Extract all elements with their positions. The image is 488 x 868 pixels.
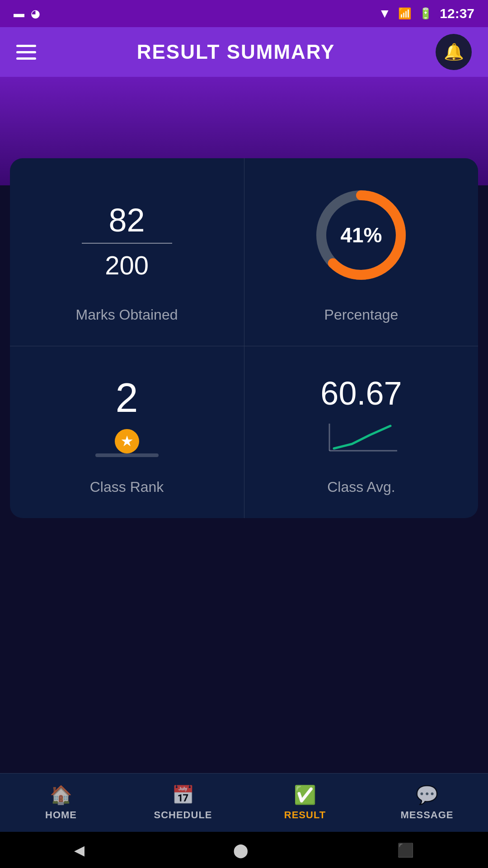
android-nav-bar: ◀ ⬤ ⬛	[0, 832, 488, 868]
signal-icon: 📶	[398, 7, 412, 20]
status-bar: ▬ ◕ ▼ 📶 🔋 12:37	[0, 0, 488, 27]
stats-row-2: 2 ★ Class Rank 60.67	[10, 346, 479, 518]
marks-label: Marks Obtained	[76, 307, 178, 323]
class-rank-cell: 2 ★ Class Rank	[10, 346, 244, 518]
stats-container: 82 200 Marks Obtained 41% Percentage 2	[10, 158, 479, 518]
avg-label: Class Avg.	[327, 479, 395, 495]
donut-chart: 41%	[311, 185, 411, 285]
bell-icon: 🔔	[444, 42, 464, 61]
marks-obtained-cell: 82 200 Marks Obtained	[10, 158, 244, 346]
marks-value: 82	[109, 204, 145, 236]
nav-home-label: HOME	[45, 809, 77, 821]
marks-divider	[82, 243, 172, 244]
trend-svg	[320, 419, 402, 455]
nav-result-label: RESULT	[284, 809, 326, 821]
class-avg-cell: 60.67 Class Avg.	[244, 346, 479, 518]
menu-line-3	[16, 57, 36, 60]
nav-message[interactable]: 💬 MESSAGE	[366, 784, 488, 821]
weather-icon: ◕	[31, 7, 40, 20]
page-title: RESULT SUMMARY	[36, 41, 436, 63]
menu-line-1	[16, 45, 36, 47]
sim-icon: ▬	[14, 7, 24, 20]
podium-bar	[95, 453, 159, 457]
wifi-icon: ▼	[379, 6, 391, 21]
notification-button[interactable]: 🔔	[436, 34, 472, 70]
bottom-nav: 🏠 HOME 📅 SCHEDULE ✅ RESULT 💬 MESSAGE	[0, 773, 488, 832]
rank-label: Class Rank	[90, 479, 164, 495]
percentage-label: Percentage	[324, 307, 399, 323]
android-home-btn[interactable]: ⬤	[233, 842, 249, 858]
nav-result[interactable]: ✅ RESULT	[244, 784, 366, 821]
avg-value: 60.67	[320, 375, 402, 412]
menu-button[interactable]	[16, 45, 36, 60]
android-back-btn[interactable]: ◀	[74, 842, 84, 858]
app-header: RESULT SUMMARY 🔔	[0, 27, 488, 77]
result-icon: ✅	[294, 784, 316, 806]
nav-message-label: MESSAGE	[400, 809, 453, 821]
battery-icon: 🔋	[419, 7, 432, 20]
status-bar-right: ▼ 📶 🔋 12:37	[379, 6, 474, 21]
time-display: 12:37	[440, 6, 474, 21]
nav-schedule[interactable]: 📅 SCHEDULE	[122, 784, 244, 821]
stats-row-1: 82 200 Marks Obtained 41% Percentage	[10, 158, 479, 346]
medal-container: ★	[91, 425, 163, 457]
trend-chart	[320, 419, 402, 457]
status-bar-left: ▬ ◕	[14, 7, 40, 20]
menu-line-2	[16, 51, 36, 53]
marks-total: 200	[105, 250, 149, 280]
nav-home[interactable]: 🏠 HOME	[0, 784, 122, 821]
home-icon: 🏠	[50, 784, 72, 806]
medal-icon: ★	[115, 429, 139, 453]
schedule-icon: 📅	[172, 784, 194, 806]
message-icon: 💬	[416, 784, 438, 806]
rank-value: 2	[116, 377, 138, 418]
percentage-cell: 41% Percentage	[244, 158, 479, 346]
percentage-value: 41%	[340, 223, 382, 247]
android-recents-btn[interactable]: ⬛	[397, 842, 414, 858]
nav-schedule-label: SCHEDULE	[154, 809, 212, 821]
